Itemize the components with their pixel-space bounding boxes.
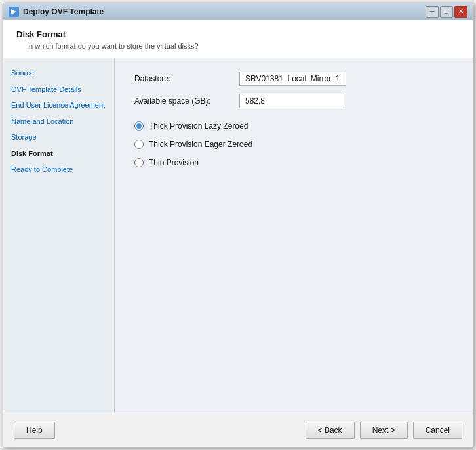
- datastore-row: Datastore: SRV01381_Local_Mirror_1: [134, 72, 453, 86]
- disk-format-radio-group: Thick Provision Lazy Zeroed Thick Provis…: [134, 121, 453, 167]
- radio-thin-input[interactable]: [134, 158, 144, 167]
- window-title: Deploy OVF Template: [23, 7, 426, 16]
- minimize-button[interactable]: ─: [426, 6, 439, 18]
- page-subtitle: In which format do you want to store the…: [27, 42, 460, 50]
- next-button[interactable]: Next >: [360, 422, 408, 439]
- footer: Help < Back Next > Cancel: [3, 413, 473, 447]
- radio-thick-lazy[interactable]: Thick Provision Lazy Zeroed: [134, 121, 453, 131]
- sidebar-item-ready[interactable]: Ready to Complete: [3, 161, 114, 178]
- main-panel: Datastore: SRV01381_Local_Mirror_1 Avail…: [115, 58, 473, 413]
- sidebar-item-source[interactable]: Source: [3, 65, 114, 81]
- available-space-label: Available space (GB):: [134, 96, 239, 106]
- radio-thick-lazy-label: Thick Provision Lazy Zeroed: [149, 121, 248, 131]
- radio-thick-eager-label: Thick Provision Eager Zeroed: [149, 140, 252, 149]
- datastore-label: Datastore:: [134, 74, 239, 83]
- sidebar: Source OVF Template Details End User Lic…: [3, 58, 115, 413]
- help-button[interactable]: Help: [14, 422, 55, 439]
- sidebar-item-ovf-details[interactable]: OVF Template Details: [3, 81, 114, 98]
- header-section: Disk Format In which format do you want …: [3, 20, 473, 58]
- available-space-row: Available space (GB): 582,8: [134, 94, 453, 108]
- radio-thick-eager-input[interactable]: [134, 140, 144, 149]
- back-button[interactable]: < Back: [306, 422, 355, 439]
- footer-left: Help: [14, 422, 55, 439]
- titlebar-controls: ─ □ ✕: [426, 6, 467, 18]
- maximize-button[interactable]: □: [440, 6, 453, 18]
- close-button[interactable]: ✕: [454, 6, 467, 18]
- radio-thin-label: Thin Provision: [149, 158, 199, 167]
- titlebar: ▶ Deploy OVF Template ─ □ ✕: [3, 3, 473, 20]
- radio-thick-eager[interactable]: Thick Provision Eager Zeroed: [134, 140, 453, 149]
- window-icon: ▶: [9, 7, 19, 17]
- content-area: Source OVF Template Details End User Lic…: [3, 58, 473, 413]
- sidebar-item-disk-format: Disk Format: [3, 146, 114, 162]
- datastore-value: SRV01381_Local_Mirror_1: [239, 72, 346, 86]
- sidebar-item-name-location[interactable]: Name and Location: [3, 113, 114, 130]
- cancel-button[interactable]: Cancel: [413, 422, 462, 439]
- page-title: Disk Format: [16, 30, 460, 39]
- main-window: ▶ Deploy OVF Template ─ □ ✕ Disk Format …: [3, 3, 473, 447]
- available-space-value: 582,8: [239, 94, 344, 108]
- radio-thin[interactable]: Thin Provision: [134, 158, 453, 167]
- radio-thick-lazy-input[interactable]: [134, 121, 144, 131]
- footer-right: < Back Next > Cancel: [306, 422, 462, 439]
- sidebar-item-storage[interactable]: Storage: [3, 129, 114, 146]
- sidebar-item-eula[interactable]: End User License Agreement: [3, 97, 114, 113]
